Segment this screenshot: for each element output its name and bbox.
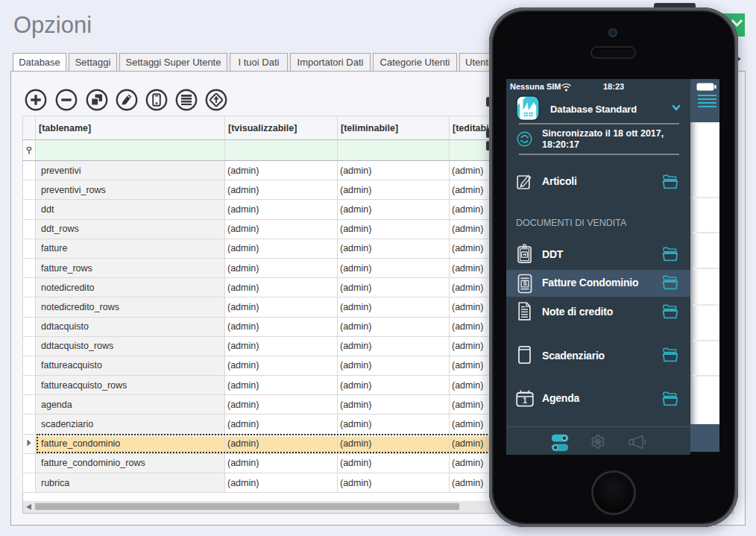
svg-text:1: 1 xyxy=(523,397,527,405)
svg-text:$: $ xyxy=(523,280,527,287)
